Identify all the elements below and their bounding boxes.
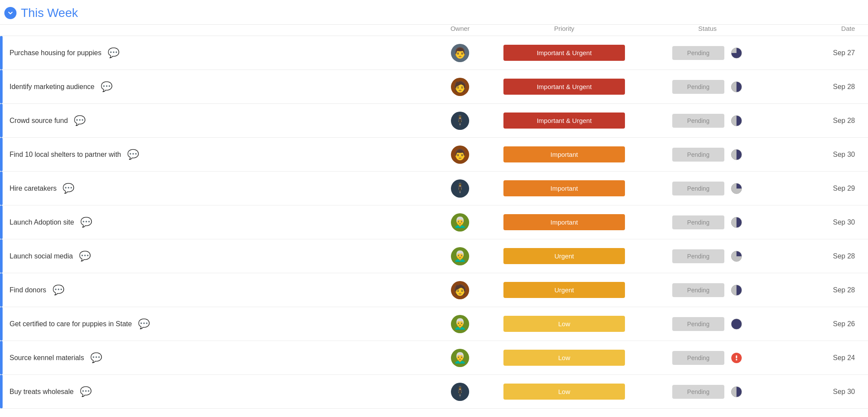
task-left-bar — [0, 273, 3, 307]
avatar: 👨 — [451, 146, 469, 164]
priority-cell[interactable]: Important & Urgent — [495, 42, 634, 63]
task-name-area: Crowd source fund 💬 — [10, 115, 425, 126]
priority-badge[interactable]: Important — [503, 214, 625, 230]
priority-cell[interactable]: Low — [495, 313, 634, 334]
task-name: Source kennel materials — [10, 354, 84, 362]
section-title: This Week — [21, 6, 868, 20]
comment-icon[interactable]: 💬 — [138, 318, 150, 330]
status-cell: Pending — [634, 46, 781, 60]
comment-icon[interactable]: 💬 — [79, 251, 91, 262]
date-cell: Sep 30 — [781, 388, 868, 396]
status-clock-icon — [730, 386, 743, 398]
task-name: Buy treats wholesale — [10, 388, 74, 396]
status-clock-icon — [730, 81, 743, 93]
avatar-face: 👨‍🦳 — [454, 251, 467, 261]
avatar-face: 🧑 — [454, 285, 467, 295]
comment-icon[interactable]: 💬 — [74, 115, 85, 126]
date-cell: Sep 30 — [781, 218, 868, 226]
task-name: Launch social media — [10, 252, 73, 260]
priority-badge[interactable]: Important & Urgent — [503, 79, 625, 95]
task-name-area: Launch Adoption site 💬 — [10, 217, 425, 228]
col-header-status: Status — [634, 25, 781, 32]
owner-cell: 👨‍🦳 — [425, 315, 495, 333]
priority-badge[interactable]: Important — [503, 180, 625, 196]
comment-icon[interactable]: 💬 — [53, 285, 64, 296]
priority-cell[interactable]: Important — [495, 144, 634, 165]
status-badge: Pending — [672, 80, 724, 94]
task-left-bar — [0, 307, 3, 341]
collapse-icon[interactable] — [4, 7, 16, 19]
status-clock-icon — [730, 318, 743, 330]
task-left-bar — [0, 205, 3, 239]
avatar-face: 👨 — [454, 149, 467, 160]
date-cell: Sep 27 — [781, 49, 868, 57]
status-clock-icon — [730, 47, 743, 59]
col-header-date: Date — [781, 25, 868, 32]
owner-cell: 🕴 — [425, 179, 495, 198]
priority-badge[interactable]: Low — [503, 316, 625, 332]
task-left-bar — [0, 172, 3, 205]
avatar-face: 🧑 — [454, 82, 467, 92]
avatar-face: 🕴 — [454, 116, 467, 126]
task-row: Launch social media 💬 👨‍🦳 Urgent Pending… — [0, 239, 868, 273]
comment-icon[interactable]: 💬 — [80, 217, 92, 228]
avatar: 🕴 — [451, 112, 469, 130]
comment-icon[interactable]: 💬 — [101, 81, 112, 93]
status-badge: Pending — [672, 215, 724, 229]
owner-cell: 🕴 — [425, 383, 495, 401]
priority-cell[interactable]: Important & Urgent — [495, 110, 634, 131]
task-row: Crowd source fund 💬 🕴 Important & Urgent… — [0, 104, 868, 138]
priority-cell[interactable]: Low — [495, 381, 634, 402]
owner-cell: 🧑 — [425, 78, 495, 96]
comment-icon[interactable]: 💬 — [90, 352, 102, 364]
avatar: 👨‍🦳 — [451, 213, 469, 232]
status-cell: Pending — [634, 182, 781, 195]
task-left-bar — [0, 375, 3, 408]
status-badge: Pending — [672, 385, 724, 399]
priority-badge[interactable]: Important & Urgent — [503, 45, 625, 61]
comment-icon[interactable]: 💬 — [80, 386, 92, 397]
priority-cell[interactable]: Important & Urgent — [495, 76, 634, 97]
status-cell: Pending — [634, 351, 781, 365]
priority-cell[interactable]: Important — [495, 178, 634, 199]
priority-cell[interactable]: Urgent — [495, 279, 634, 301]
priority-cell[interactable]: Important — [495, 212, 634, 233]
date-cell: Sep 29 — [781, 185, 868, 192]
task-name: Find donors — [10, 286, 46, 294]
priority-badge[interactable]: Important & Urgent — [503, 113, 625, 129]
priority-badge[interactable]: Urgent — [503, 248, 625, 264]
task-name-area: Buy treats wholesale 💬 — [10, 386, 425, 397]
svg-point-21 — [736, 359, 737, 361]
svg-rect-20 — [736, 355, 737, 358]
owner-cell: 🕴 — [425, 112, 495, 130]
task-name-area: Launch social media 💬 — [10, 251, 425, 262]
task-left-bar — [0, 70, 3, 103]
priority-cell[interactable]: Urgent — [495, 245, 634, 267]
task-row: Find 10 local shelters to partner with 💬… — [0, 138, 868, 172]
priority-badge[interactable]: Low — [503, 350, 625, 366]
status-cell: Pending — [634, 215, 781, 229]
priority-badge[interactable]: Urgent — [503, 282, 625, 298]
avatar: 👨 — [451, 44, 469, 62]
comment-icon[interactable]: 💬 — [127, 149, 139, 160]
avatar: 🕴 — [451, 179, 469, 198]
avatar: 👨‍🦳 — [451, 315, 469, 333]
task-name-area: Purchase housing for puppies 💬 — [10, 47, 425, 59]
task-name: Get certified to care for puppies in Sta… — [10, 320, 132, 328]
status-badge: Pending — [672, 114, 724, 128]
task-row: Purchase housing for puppies 💬 👨 Importa… — [0, 36, 868, 70]
task-name: Crowd source fund — [10, 117, 68, 125]
status-cell: Pending — [634, 148, 781, 162]
comment-icon[interactable]: 💬 — [108, 47, 119, 59]
priority-cell[interactable]: Low — [495, 347, 634, 368]
owner-cell: 👨‍🦳 — [425, 213, 495, 232]
avatar-face: 👨 — [454, 48, 467, 58]
owner-cell: 👨 — [425, 44, 495, 62]
status-clock-icon — [730, 284, 743, 296]
comment-icon[interactable]: 💬 — [62, 183, 74, 194]
priority-badge[interactable]: Important — [503, 146, 625, 162]
task-left-bar — [0, 104, 3, 137]
task-name-area: Hire caretakers 💬 — [10, 183, 425, 194]
priority-badge[interactable]: Low — [503, 384, 625, 400]
date-cell: Sep 28 — [781, 286, 868, 294]
